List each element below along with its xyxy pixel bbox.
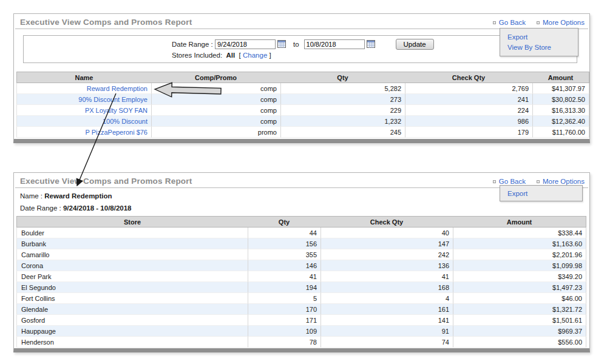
amount-cell: $46.00 bbox=[453, 293, 586, 304]
comp-name-link[interactable]: P PizzaPeperoni $76 bbox=[16, 127, 151, 138]
check-qty-cell: 74 bbox=[320, 337, 453, 348]
table-row: Hauppauge 109 91 $969.37 bbox=[16, 326, 586, 337]
stores-included-value: All bbox=[226, 52, 236, 59]
bracket: [ bbox=[239, 52, 241, 59]
table-row: 100% Discount comp 1,232 986 $12,362.40 bbox=[16, 116, 589, 127]
report-name-line: Name : Reward Redemption bbox=[20, 192, 112, 200]
col-header-name: Name bbox=[16, 72, 151, 83]
store-cell: El Segundo bbox=[16, 282, 248, 293]
store-cell: Boulder bbox=[16, 228, 248, 238]
go-back-link[interactable]: Go Back bbox=[493, 19, 526, 26]
date-range-label: Date Range : bbox=[20, 204, 61, 212]
square-bullet-icon bbox=[537, 180, 540, 183]
comps-promos-table: Name Comp/Promo Qty Check Qty Amount Rew… bbox=[16, 72, 589, 138]
check-qty-cell: 2,769 bbox=[405, 83, 532, 94]
table-row: PX Loyalty SOY FAN comp 229 224 $16,313.… bbox=[16, 105, 589, 116]
comp-name-link[interactable]: PX Loyalty SOY FAN bbox=[16, 105, 151, 116]
report-date-range-line: Date Range : 9/24/2018 - 10/8/2018 bbox=[20, 204, 132, 212]
store-cell: Gosford bbox=[16, 315, 248, 326]
check-qty-cell: 4 bbox=[320, 293, 453, 304]
table-row: Camarillo 355 242 $2,201.96 bbox=[16, 249, 586, 260]
qty-cell: 171 bbox=[248, 315, 320, 326]
filter-box: Date Range : to Update Stores Included: … bbox=[23, 35, 577, 63]
comp-name-link[interactable]: Reward Redemption bbox=[16, 83, 151, 94]
amount-cell: $1,163.60 bbox=[453, 238, 586, 249]
store-cell: Camarillo bbox=[16, 249, 248, 260]
check-qty-cell: 161 bbox=[320, 304, 453, 315]
page-title: Executive View Comps and Promos Report bbox=[20, 18, 192, 27]
more-options-menu: Export View By Store bbox=[500, 28, 578, 56]
name-label: Name : bbox=[20, 192, 42, 200]
amount-cell: $11,760.00 bbox=[532, 127, 589, 138]
menu-item-export[interactable]: Export bbox=[507, 32, 571, 42]
qty-cell: 41 bbox=[248, 271, 320, 282]
check-qty-cell: 168 bbox=[320, 282, 453, 293]
store-cell: Deer Park bbox=[16, 271, 248, 282]
store-detail-table: Store Qty Check Qty Amount Boulder 44 40… bbox=[16, 216, 586, 348]
qty-cell: 194 bbox=[248, 282, 320, 293]
square-bullet-icon bbox=[537, 21, 540, 24]
qty-cell: 156 bbox=[248, 238, 320, 249]
date-range-value: 9/24/2018 - 10/8/2018 bbox=[63, 204, 132, 212]
comp-name-link[interactable]: 90% Discount Employe bbox=[16, 94, 151, 105]
go-back-link[interactable]: Go Back bbox=[493, 178, 526, 185]
col-header-check-qty: Check Qty bbox=[405, 72, 532, 83]
bracket: ] bbox=[270, 52, 271, 59]
date-to-input[interactable] bbox=[304, 39, 365, 49]
table-row: El Segundo 194 168 $1,497.23 bbox=[16, 282, 586, 293]
update-button[interactable]: Update bbox=[396, 39, 434, 50]
check-qty-cell: 41 bbox=[320, 271, 453, 282]
amount-cell: $338.44 bbox=[453, 228, 586, 238]
amount-cell: $12,362.40 bbox=[532, 116, 589, 127]
amount-cell: $1,099.98 bbox=[453, 260, 586, 271]
qty-cell: 245 bbox=[280, 127, 405, 138]
date-range-label: Date Range : bbox=[172, 41, 213, 48]
square-bullet-icon bbox=[493, 180, 496, 183]
amount-cell: $969.37 bbox=[453, 326, 586, 337]
nav-links: Go Back More Options bbox=[493, 178, 585, 185]
amount-cell: $1,497.23 bbox=[453, 282, 586, 293]
store-cell: Burbank bbox=[16, 238, 248, 249]
amount-cell: $349.20 bbox=[453, 271, 586, 282]
comp-promo-cell: promo bbox=[151, 127, 280, 138]
page: Executive View Comps and Promos Report G… bbox=[0, 0, 607, 364]
to-label: to bbox=[293, 41, 299, 48]
table-row: Reward Redemption comp 5,282 2,769 $41,3… bbox=[16, 83, 589, 94]
square-bullet-icon bbox=[493, 21, 496, 24]
store-cell: Henderson bbox=[16, 337, 248, 348]
calendar-icon[interactable] bbox=[277, 40, 286, 49]
qty-cell: 109 bbox=[248, 326, 320, 337]
change-stores-link[interactable]: Change bbox=[243, 52, 267, 59]
table-row: Corona 146 136 $1,099.98 bbox=[16, 260, 586, 271]
date-from-input[interactable] bbox=[215, 39, 276, 49]
col-header-amount: Amount bbox=[532, 72, 589, 83]
qty-cell: 78 bbox=[248, 337, 320, 348]
store-cell: Glendale bbox=[16, 304, 248, 315]
more-options-link[interactable]: More Options bbox=[537, 19, 585, 26]
col-header-check-qty: Check Qty bbox=[320, 216, 453, 228]
more-options-link[interactable]: More Options bbox=[537, 178, 585, 185]
stores-included-label: Stores Included: bbox=[172, 52, 222, 59]
calendar-icon[interactable] bbox=[367, 40, 375, 49]
amount-cell: $41,307.97 bbox=[532, 83, 589, 94]
check-qty-cell: 147 bbox=[320, 238, 453, 249]
menu-item-view-by-store[interactable]: View By Store bbox=[507, 42, 571, 53]
check-qty-cell: 40 bbox=[320, 228, 453, 238]
table-row: 90% Discount Employe comp 273 241 $30,80… bbox=[16, 94, 589, 105]
table-row: Henderson 78 74 $556.00 bbox=[16, 337, 586, 348]
qty-cell: 229 bbox=[280, 105, 405, 116]
menu-item-export[interactable]: Export bbox=[507, 189, 575, 199]
amount-cell: $2,201.96 bbox=[453, 249, 586, 260]
page-title: Executive View Comps and Promos Report bbox=[20, 177, 192, 186]
check-qty-cell: 986 bbox=[405, 116, 532, 127]
amount-cell: $556.00 bbox=[453, 337, 586, 348]
date-range-row: Date Range : to Update bbox=[172, 39, 434, 50]
name-value: Reward Redemption bbox=[44, 192, 112, 200]
col-header-store: Store bbox=[16, 216, 248, 228]
comp-name-link[interactable]: 100% Discount bbox=[16, 116, 151, 127]
table-row: P PizzaPeperoni $76 promo 245 179 $11,76… bbox=[16, 127, 589, 138]
store-cell: Fort Collins bbox=[16, 293, 248, 304]
check-qty-cell: 141 bbox=[320, 315, 453, 326]
col-header-amount: Amount bbox=[453, 216, 586, 228]
qty-cell: 5,282 bbox=[280, 83, 405, 94]
